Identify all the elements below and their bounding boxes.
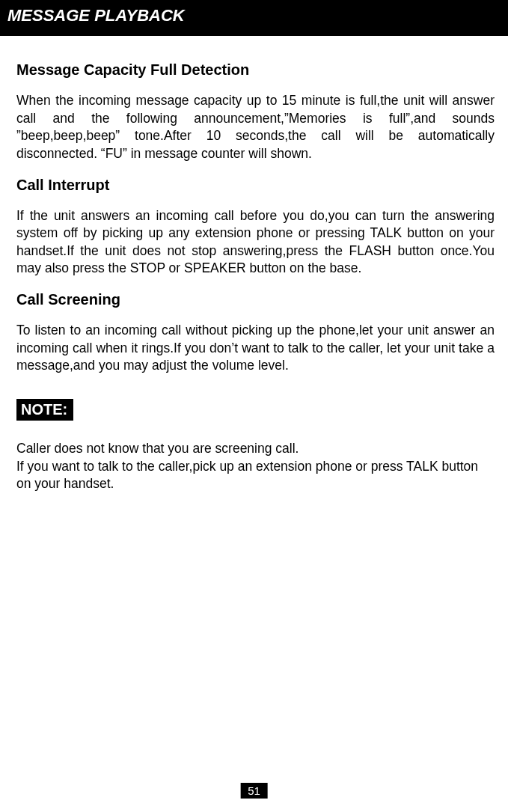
page-header-bar: MESSAGE PLAYBACK	[0, 0, 508, 36]
heading-call-screening: Call Screening	[16, 291, 495, 308]
page-content: Message Capacity Full Detection When the…	[0, 36, 508, 493]
note-label: NOTE:	[16, 399, 73, 421]
heading-call-interrupt: Call Interrupt	[16, 177, 495, 194]
note-body: Caller does not know that you are screen…	[16, 440, 495, 493]
page-number: 51	[240, 783, 268, 799]
body-call-screening: To listen to an incoming call without pi…	[16, 322, 495, 375]
body-call-interrupt: If the unit answers an incoming call bef…	[16, 207, 495, 278]
page-header-title: MESSAGE PLAYBACK	[7, 6, 185, 25]
heading-message-capacity: Message Capacity Full Detection	[16, 61, 495, 79]
body-message-capacity: When the incoming message capacity up to…	[16, 92, 495, 163]
